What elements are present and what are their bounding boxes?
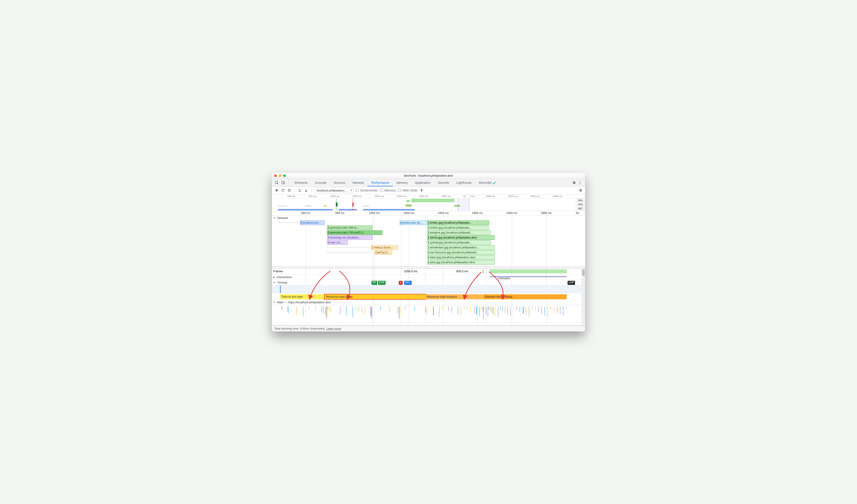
flame-task[interactable]: [371, 307, 372, 319]
network-request-bar[interactable]: main.js (local...: [371, 245, 398, 250]
flame-task[interactable]: [315, 307, 316, 310]
frames-track[interactable]: Frames 1050.0 ms 500.0 ms: [272, 269, 582, 274]
flame-task[interactable]: [483, 307, 484, 319]
flame-task[interactable]: [483, 307, 483, 310]
resize-splitter[interactable]: ···: [272, 266, 585, 269]
scroll-thumb[interactable]: [582, 269, 585, 276]
flame-task[interactable]: [526, 307, 526, 315]
flame-task[interactable]: [493, 307, 493, 314]
flame-task[interactable]: [507, 307, 508, 315]
tab-performance[interactable]: Performance: [368, 179, 393, 186]
flame-task[interactable]: [560, 307, 560, 314]
flame-task[interactable]: [427, 307, 427, 314]
lcp-phase-ttfb[interactable]: Time to first byte: [280, 294, 324, 299]
overview-selection[interactable]: [458, 199, 469, 211]
flame-task[interactable]: [297, 307, 297, 315]
lcp-phase-rdur[interactable]: Resource load duration: [425, 294, 483, 299]
flame-task[interactable]: [288, 307, 289, 313]
inspect-element-icon[interactable]: [274, 180, 280, 186]
timing-marker-dcl[interactable]: DCL: [404, 281, 412, 285]
tab-security[interactable]: Security: [434, 179, 453, 186]
network-request-bar[interactable]: main.css …: [327, 240, 348, 245]
more-menu-icon[interactable]: [577, 180, 583, 186]
main-thread-flame[interactable]: [272, 305, 582, 325]
flame-task[interactable]: [358, 307, 359, 312]
flame-task[interactable]: [532, 307, 533, 309]
network-request-bar[interactable]: paris.jpg (localhost.philipwalton.dev): [427, 260, 494, 265]
network-track[interactable]: localhost.phi...opensans-latin-400.w...o…: [272, 220, 585, 266]
memory-checkbox[interactable]: Memory: [380, 188, 396, 192]
network-request-bar[interactable]: london.jpg (localhost.philipwalto...: [427, 225, 489, 230]
flame-task[interactable]: [498, 307, 498, 317]
learn-more-link[interactable]: Learn more: [326, 327, 341, 330]
flame-task[interactable]: [448, 307, 449, 311]
lcp-phase-bar[interactable]: Time to first byteResource load delayRes…: [272, 293, 582, 300]
flame-task[interactable]: [287, 307, 288, 312]
network-request-bar[interactable]: localhost.phi...: [300, 220, 324, 225]
flame-task[interactable]: [309, 307, 309, 309]
flame-task[interactable]: [405, 307, 405, 309]
network-track-header[interactable]: Network: [272, 216, 585, 220]
flame-task[interactable]: [326, 307, 327, 319]
flame-task[interactable]: [495, 307, 495, 316]
flame-task[interactable]: [475, 307, 475, 313]
flame-task[interactable]: [551, 307, 551, 309]
flame-task[interactable]: [480, 307, 480, 316]
flame-task[interactable]: [329, 307, 330, 311]
flame-task[interactable]: [513, 307, 514, 309]
lower-flame-panel[interactable]: Frames 1050.0 ms 500.0 ms Interactions A…: [272, 269, 585, 325]
flame-task[interactable]: [461, 307, 461, 316]
flame-task[interactable]: [400, 307, 400, 317]
flame-task[interactable]: [380, 307, 381, 310]
profile-selector[interactable]: localhost.philipwalton....: [315, 188, 353, 193]
flame-task[interactable]: [490, 307, 490, 311]
timing-marker-lcp[interactable]: LCP: [568, 281, 575, 285]
network-request-bar[interactable]: opensans-latin-400.w...: [327, 225, 373, 230]
flame-task[interactable]: [538, 307, 539, 312]
flame-task[interactable]: [541, 307, 542, 314]
upload-profile-icon[interactable]: [298, 188, 302, 192]
network-request-bar[interactable]: venice.jpg (localhost.philipwalton.dev): [427, 235, 494, 240]
tab-lighthouse[interactable]: Lighthouse: [453, 179, 475, 186]
flame-task[interactable]: [489, 307, 489, 309]
flame-task[interactable]: [365, 307, 365, 315]
network-request-bar[interactable]: london.jpg (localhost.philipwalto...: [427, 220, 489, 225]
network-request-bar[interactable]: bangkok.jpg (localhost.philipwalt...: [427, 230, 490, 235]
flame-task[interactable]: [554, 307, 554, 311]
flame-task[interactable]: [476, 307, 477, 315]
flame-task[interactable]: [414, 307, 415, 311]
flamechart-area[interactable]: 494 ms994 ms1494 ms1994 ms2494 ms2994 ms…: [272, 211, 585, 325]
lcp-phase-rld[interactable]: Resource load delay: [324, 294, 425, 299]
flame-task[interactable]: [346, 307, 347, 316]
flame-task[interactable]: [323, 307, 323, 314]
device-toolbar-icon[interactable]: [280, 180, 286, 186]
network-request-bar[interactable]: amsterdam.jpg (localhost.philipwalton...…: [427, 245, 494, 250]
flame-task[interactable]: [433, 307, 434, 316]
flame-task[interactable]: [442, 307, 443, 309]
network-request-bar[interactable]: opensans-latin-700.woff2 (l...: [327, 230, 382, 235]
reload-record-icon[interactable]: [281, 188, 285, 192]
flame-task[interactable]: [467, 307, 467, 310]
flame-task[interactable]: [517, 307, 517, 310]
flame-task[interactable]: [566, 307, 567, 308]
flame-task[interactable]: [321, 307, 322, 312]
network-request-bar[interactable]: perf.js (l...: [375, 250, 392, 255]
interactions-track-header[interactable]: Interactions: [272, 274, 582, 280]
flame-task[interactable]: [356, 307, 356, 310]
flame-task[interactable]: [399, 307, 400, 319]
flame-task[interactable]: [500, 307, 501, 310]
flame-task[interactable]: [548, 307, 548, 317]
network-request-bar[interactable]: tokyo.jpg (localhost.philipwalton.dev): [427, 255, 494, 259]
flame-task[interactable]: [452, 307, 452, 313]
record-icon[interactable]: [274, 188, 279, 192]
network-request-bar[interactable]: photos.json (lo...: [400, 220, 427, 225]
download-profile-icon[interactable]: [304, 188, 308, 192]
flame-task[interactable]: [491, 307, 491, 313]
flame-task[interactable]: [331, 307, 331, 313]
timing-marker-fcp[interactable]: FCP: [378, 281, 386, 285]
flame-task[interactable]: [486, 307, 487, 315]
tab-elements[interactable]: Elements: [291, 179, 311, 186]
flame-task[interactable]: [398, 307, 398, 314]
screenshots-checkbox[interactable]: Screenshots: [356, 188, 377, 192]
lcp-phase-erd[interactable]: Element render delay: [483, 294, 567, 299]
